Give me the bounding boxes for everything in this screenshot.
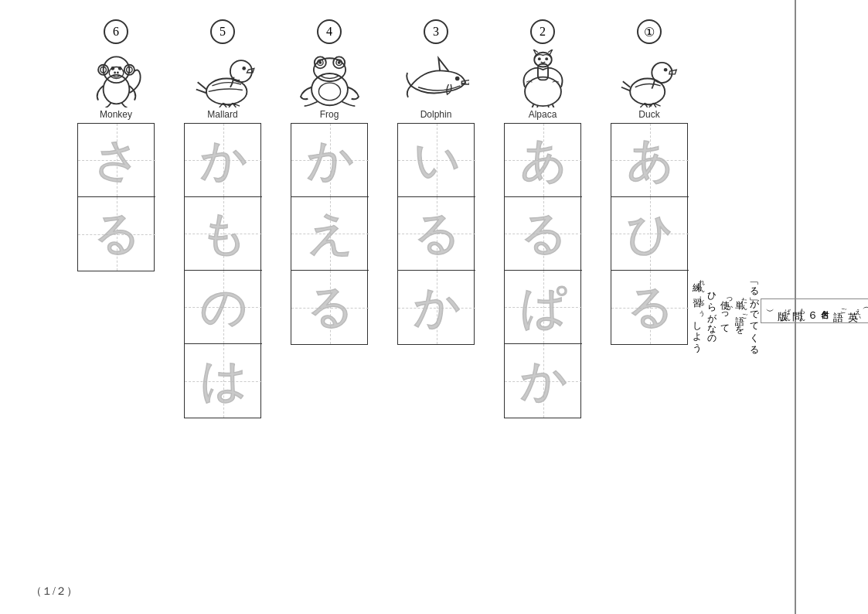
svg-line-32 xyxy=(552,104,553,107)
sidebar: ○ ひらがな 練れん 習しゅう プリント 「る」 （ 英えい 語ご xyxy=(795,0,868,614)
number-6: 6 xyxy=(104,19,128,44)
frog-image xyxy=(294,47,364,109)
animal-column-1: ① xyxy=(599,19,700,418)
svg-line-31 xyxy=(548,105,549,107)
svg-point-23 xyxy=(454,76,459,80)
trace-2-1: あ xyxy=(520,129,567,192)
cell-6-1[interactable]: さ xyxy=(78,124,155,197)
sidebar-6: ６ xyxy=(805,304,819,318)
trace-5-3: の xyxy=(200,276,247,339)
svg-point-3 xyxy=(111,67,114,70)
cell-2-2[interactable]: る xyxy=(505,197,582,271)
animal-name-6: Monkey xyxy=(100,109,132,120)
writing-column-2: あ る ぱ か xyxy=(504,123,581,418)
sidebar-desc-5: 練れん 習しゅう しよう xyxy=(690,275,705,347)
number-5: 5 xyxy=(210,19,235,44)
shuu2-furi: しゅう xyxy=(698,292,705,312)
writing-column-6: さ る xyxy=(77,123,155,271)
animal-name-2: Alpaca xyxy=(529,109,557,120)
svg-point-13 xyxy=(242,67,246,70)
animal-name-3: Dolphin xyxy=(420,109,452,120)
cell-3-1[interactable]: い xyxy=(398,124,475,197)
trace-3-1: い xyxy=(414,129,461,192)
page-number: （１/２） xyxy=(31,585,77,599)
sidebar-paren-close: ） xyxy=(764,304,776,318)
svg-point-22 xyxy=(318,83,340,101)
sidebar-mondai: 問もん xyxy=(791,304,805,318)
writing-column-5: か も の は xyxy=(184,123,261,418)
svg-point-28 xyxy=(545,57,548,60)
cell-4-2[interactable]: え xyxy=(291,197,369,271)
cell-5-1[interactable]: か xyxy=(185,124,262,197)
sidebar-eigo: 英えい xyxy=(846,304,861,318)
animal-name-1: Duck xyxy=(638,109,659,120)
svg-line-29 xyxy=(532,104,533,107)
cell-2-4[interactable]: か xyxy=(505,344,582,418)
animal-column-6: 6 xyxy=(66,19,166,418)
svg-point-9 xyxy=(114,71,116,73)
cell-2-1[interactable]: あ xyxy=(505,124,582,197)
svg-point-4 xyxy=(117,67,121,70)
cell-3-2[interactable]: る xyxy=(398,197,475,271)
svg-point-21 xyxy=(337,61,340,64)
animal-column-5: 5 xyxy=(172,19,273,418)
number-1: ① xyxy=(637,19,662,44)
ban-furi: ばん xyxy=(784,304,791,318)
trace-5-2: も xyxy=(200,203,247,265)
trace-5-4: は xyxy=(200,350,247,412)
animal-name-5: Mallard xyxy=(207,109,237,120)
cell-3-3[interactable]: か xyxy=(398,271,475,344)
cell-1-3[interactable]: る xyxy=(611,271,689,344)
cell-4-1[interactable]: か xyxy=(291,124,369,197)
monkey-image xyxy=(81,47,151,109)
svg-line-30 xyxy=(537,105,538,107)
number-2: 2 xyxy=(530,19,555,44)
trace-6-2: る xyxy=(94,203,141,265)
svg-point-35 xyxy=(663,67,667,71)
cell-1-2[interactable]: ひ xyxy=(611,197,689,271)
trace-2-3: ぱ xyxy=(520,276,567,339)
number-3: 3 xyxy=(424,19,448,44)
trace-1-3: る xyxy=(627,276,674,339)
writing-column-3: い る か xyxy=(397,123,475,345)
trace-1-1: あ xyxy=(627,129,674,192)
trace-2-2: る xyxy=(520,203,567,265)
cell-1-1[interactable]: あ xyxy=(611,124,689,197)
duck-image xyxy=(614,47,684,109)
cell-5-4[interactable]: は xyxy=(185,344,262,418)
cell-4-3[interactable]: る xyxy=(291,271,369,344)
cell-5-3[interactable]: の xyxy=(185,271,262,344)
trace-1-2: ひ xyxy=(627,203,674,265)
svg-point-27 xyxy=(537,57,540,60)
writing-column-1: あ ひ る xyxy=(611,123,688,345)
trace-5-1: か xyxy=(200,129,247,192)
mallard-image xyxy=(188,47,257,109)
trace-4-1: か xyxy=(307,129,354,192)
tango-furi2: ご xyxy=(740,309,747,316)
svg-point-20 xyxy=(318,61,322,64)
sidebar-ban: 版ばん xyxy=(776,304,791,318)
svg-point-15 xyxy=(313,58,345,81)
cell-6-2[interactable]: る xyxy=(78,197,155,271)
writing-column-4: か え る xyxy=(291,123,368,345)
eigo-furi: えい xyxy=(854,304,861,318)
dolphin-image xyxy=(401,47,471,109)
cell-2-3[interactable]: ぱ xyxy=(505,271,582,344)
sidebar-desc-2: 単たん 語ご を xyxy=(733,293,747,329)
mondai-furi: もん xyxy=(798,304,805,318)
trace-3-3: か xyxy=(414,276,461,339)
alpaca-image xyxy=(508,47,577,109)
cell-5-2[interactable]: も xyxy=(185,197,262,271)
sidebar-paren-open: （ xyxy=(861,304,868,318)
svg-point-10 xyxy=(116,71,118,73)
go-furi: ご xyxy=(839,304,846,311)
trace-4-3: る xyxy=(307,276,354,339)
sidebar-desc-3: 使つかって xyxy=(718,293,733,329)
sidebar-nametsuki: 名付き xyxy=(819,304,831,318)
animal-column-2: 2 xyxy=(492,19,593,418)
tango-furi: たん xyxy=(740,293,747,307)
trace-6-1: さ xyxy=(94,129,141,192)
number-4: 4 xyxy=(317,19,342,44)
animal-column-3: 3 xyxy=(386,19,486,418)
sidebar-desc-1: 「る」がでてくる xyxy=(747,279,761,350)
